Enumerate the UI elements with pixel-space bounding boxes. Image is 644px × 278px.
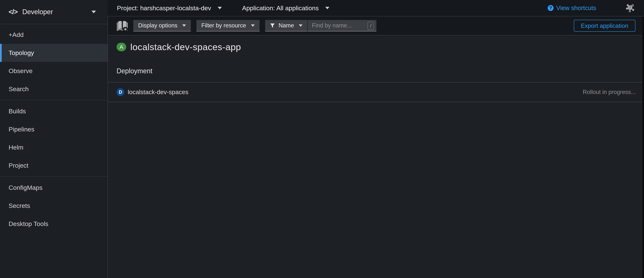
application-selector-label: Application: All applications [242, 4, 319, 12]
perspective-label: Developer [22, 8, 53, 16]
deployment-name: localstack-dev-spaces [128, 89, 188, 96]
chevron-down-icon [325, 7, 330, 9]
application-name: localstack-dev-spaces-app [130, 42, 241, 52]
sidebar-item-topology[interactable]: Topology [0, 44, 108, 62]
find-by-name-input[interactable] [308, 20, 376, 31]
sidebar-item-search[interactable]: Search [0, 80, 108, 98]
developer-code-icon: </> [8, 8, 18, 16]
sidebar-item-secrets[interactable]: Secrets [0, 197, 108, 215]
sidebar-item-pipelines[interactable]: Pipelines [0, 120, 108, 138]
deployment-badge: D [116, 88, 124, 96]
sidebar-content-divider [108, 16, 108, 278]
deployment-section-heading: Deployment [116, 67, 644, 75]
filter-by-resource-label: Filter by resource [201, 22, 246, 29]
chevron-down-icon [218, 7, 222, 9]
sidebar-item-add[interactable]: +Add [0, 26, 108, 44]
display-options-label: Display options [138, 22, 178, 29]
open-book-plus-icon[interactable] [116, 19, 128, 32]
sidebar-item-desktop-tools[interactable]: Desktop Tools [0, 215, 108, 233]
deployment-row-localstack-dev-spaces[interactable]: D localstack-dev-spaces Rollout in progr… [108, 82, 644, 102]
display-options-dropdown[interactable]: Display options [133, 20, 191, 31]
slash-key-hint: / [368, 22, 374, 30]
application-badge: A [116, 43, 126, 51]
filter-funnel-icon [270, 23, 275, 28]
nav-divider [0, 176, 108, 177]
sidebar-item-builds[interactable]: Builds [0, 102, 108, 120]
application-selector[interactable]: Application: All applications [242, 4, 330, 12]
sidebar-nav: +Add Topology Observe Search Builds Pipe… [0, 24, 108, 233]
project-selector-label: Project: harshcasper-localsta-dev [117, 4, 211, 12]
filter-type-dropdown[interactable]: Name [265, 20, 308, 31]
application-group-header: A localstack-dev-spaces-app [116, 42, 644, 52]
sidebar-item-configmaps[interactable]: ConfigMaps [0, 179, 108, 197]
view-shortcuts-link[interactable]: View shortcuts [556, 4, 596, 11]
topology-list-view: A localstack-dev-spaces-app Deployment D… [108, 35, 644, 278]
chevron-down-icon [251, 24, 255, 27]
project-selector[interactable]: Project: harshcasper-localsta-dev [117, 4, 222, 12]
chevron-down-icon [92, 11, 96, 13]
sidebar-item-observe[interactable]: Observe [0, 62, 108, 80]
filter-type-label: Name [278, 22, 294, 29]
sidebar-item-project[interactable]: Project [0, 156, 108, 174]
scrollbar-track[interactable] [642, 16, 644, 278]
topology-toolbar: Display options Filter by resource Name … [108, 16, 644, 35]
chevron-down-icon [182, 24, 186, 27]
rollout-status-text: Rollout in progress... [583, 89, 636, 96]
context-bar: Project: harshcasper-localsta-dev Applic… [108, 0, 644, 16]
sidebar: </> Developer +Add Topology Observe Sear… [0, 0, 108, 278]
question-circle-icon: ? [548, 5, 554, 11]
sidebar-item-helm[interactable]: Helm [0, 138, 108, 156]
topology-graph-icon[interactable] [626, 3, 635, 12]
export-application-button[interactable]: Export application [574, 20, 636, 32]
chevron-down-icon [299, 24, 302, 27]
nav-divider [0, 100, 108, 100]
filter-by-resource-dropdown[interactable]: Filter by resource [196, 20, 259, 31]
resource-list: D localstack-dev-spaces Rollout in progr… [108, 82, 644, 102]
perspective-switcher[interactable]: </> Developer [0, 0, 108, 24]
